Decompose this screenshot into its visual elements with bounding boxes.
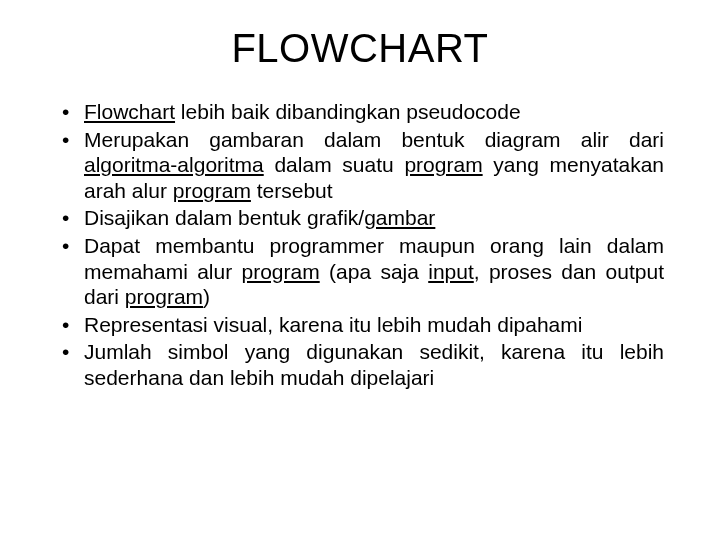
list-item: Jumlah simbol yang digunakan sedikit, ka…	[56, 339, 664, 390]
text: tersebut	[251, 179, 333, 202]
underlined-term: program	[242, 260, 320, 283]
list-item: Dapat membantu programmer maupun orang l…	[56, 233, 664, 310]
underlined-term: gambar	[364, 206, 435, 229]
underlined-term: Flowchart	[84, 100, 175, 123]
text: (apa saja	[320, 260, 429, 283]
underlined-term: program	[404, 153, 482, 176]
text: Disajikan dalam bentuk grafik/	[84, 206, 364, 229]
underlined-term: input	[428, 260, 474, 283]
text: )	[203, 285, 210, 308]
text: Merupakan gambaran dalam bentuk diagram …	[84, 128, 664, 151]
page-title: FLOWCHART	[56, 26, 664, 71]
bullet-list: Flowchart lebih baik dibandingkan pseudo…	[56, 99, 664, 391]
underlined-term: program	[125, 285, 203, 308]
text: Jumlah simbol yang digunakan sedikit, ka…	[84, 340, 664, 389]
underlined-term: algoritma-algoritma	[84, 153, 264, 176]
text: Representasi visual, karena itu lebih mu…	[84, 313, 582, 336]
list-item: Flowchart lebih baik dibandingkan pseudo…	[56, 99, 664, 125]
text: dalam suatu	[264, 153, 405, 176]
list-item: Merupakan gambaran dalam bentuk diagram …	[56, 127, 664, 204]
slide: FLOWCHART Flowchart lebih baik dibanding…	[0, 0, 720, 540]
text: lebih baik dibandingkan pseudocode	[175, 100, 521, 123]
list-item: Representasi visual, karena itu lebih mu…	[56, 312, 664, 338]
list-item: Disajikan dalam bentuk grafik/gambar	[56, 205, 664, 231]
underlined-term: program	[173, 179, 251, 202]
